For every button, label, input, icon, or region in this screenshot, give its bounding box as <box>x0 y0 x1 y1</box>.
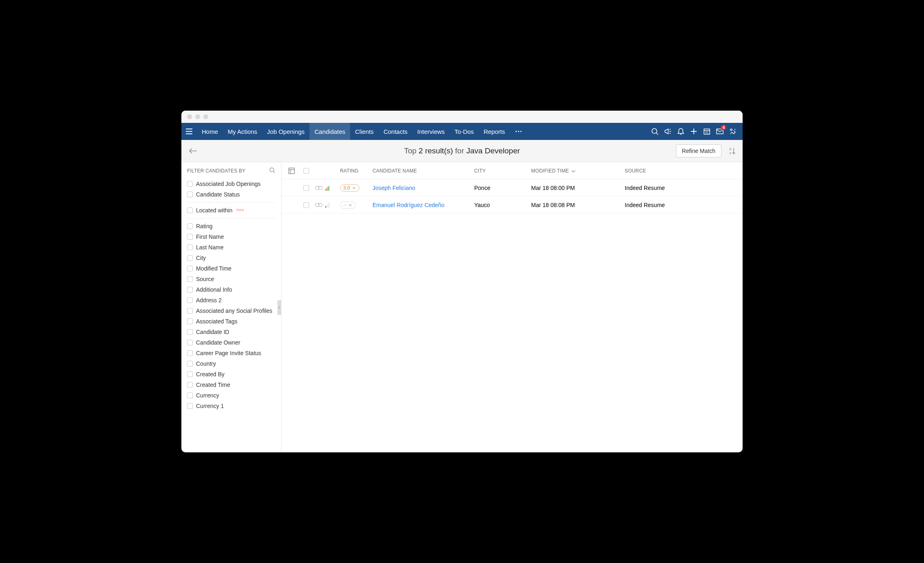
col-modified-time[interactable]: MODIFIED TIME <box>531 168 625 174</box>
hamburger-menu-button[interactable] <box>181 123 197 140</box>
nav-reports[interactable]: Reports <box>479 123 510 140</box>
checkbox[interactable] <box>187 276 193 282</box>
svg-point-23 <box>270 168 274 172</box>
nav-todos[interactable]: To-Dos <box>450 123 479 140</box>
checkbox[interactable] <box>187 319 193 324</box>
rating-value: -- <box>343 202 346 208</box>
mail-icon[interactable]: 4 <box>714 126 726 137</box>
filter-source[interactable]: Source <box>181 274 281 284</box>
filter-created-by[interactable]: Created By <box>181 369 281 380</box>
checkbox[interactable] <box>187 255 193 261</box>
checkbox[interactable] <box>187 371 193 377</box>
filter-modified-time[interactable]: Modified Time <box>181 263 281 274</box>
checkbox[interactable] <box>187 403 193 409</box>
calendar-icon[interactable]: 31 <box>701 126 713 137</box>
results-header: Top 2 result(s) for Java Developer Refin… <box>181 140 743 162</box>
add-icon[interactable] <box>688 126 700 137</box>
search-icon[interactable] <box>649 126 660 137</box>
filter-label: Associated Tags <box>196 318 238 325</box>
filter-currency-1[interactable]: Currency 1 <box>181 401 281 411</box>
sidebar-collapse-handle[interactable]: ‹ <box>277 300 281 315</box>
filter-city[interactable]: City <box>181 253 281 263</box>
filter-candidate-owner[interactable]: Candidate Owner <box>181 337 281 348</box>
checkbox[interactable] <box>187 181 193 187</box>
svg-line-10 <box>669 133 671 134</box>
checkbox[interactable] <box>187 361 193 367</box>
filter-search-icon[interactable] <box>269 167 275 175</box>
checkbox[interactable] <box>187 393 193 398</box>
preview-icon[interactable] <box>315 202 323 208</box>
results-prefix: Top <box>404 146 418 155</box>
filter-header: FILTER CANDIDATES BY <box>181 162 281 179</box>
select-all-checkbox[interactable] <box>298 168 315 174</box>
svg-text:Z: Z <box>729 151 731 155</box>
nav-job-openings[interactable]: Job Openings <box>262 123 310 140</box>
filter-label: Rating <box>196 223 212 229</box>
window-max-dot[interactable] <box>203 114 208 119</box>
bell-icon[interactable] <box>675 126 686 137</box>
filter-first-name[interactable]: First Name <box>181 231 281 242</box>
preview-icon[interactable] <box>315 185 323 191</box>
filter-candidate-status[interactable]: Candidate Status <box>181 189 281 200</box>
filter-candidate-id[interactable]: Candidate ID <box>181 327 281 337</box>
row-checkbox[interactable] <box>298 185 315 191</box>
filter-country[interactable]: Country <box>181 358 281 369</box>
filter-associated-social-profiles[interactable]: Associated any Social Profiles <box>181 306 281 316</box>
filter-located-within[interactable]: Located withinNew <box>181 205 281 216</box>
refine-match-button[interactable]: Refine Match <box>676 144 721 157</box>
filter-created-time[interactable]: Created Time <box>181 380 281 390</box>
checkbox[interactable] <box>187 340 193 345</box>
row-checkbox[interactable] <box>298 202 315 208</box>
col-source[interactable]: SOURCE <box>625 168 743 174</box>
filter-additional-info[interactable]: Additional Info <box>181 284 281 295</box>
col-rating[interactable]: RATING <box>340 168 373 174</box>
filter-associated-tags[interactable]: Associated Tags <box>181 316 281 327</box>
candidate-name-link[interactable]: Joseph Feliciano <box>373 185 415 191</box>
checkbox[interactable] <box>187 244 193 250</box>
checkbox[interactable] <box>187 297 193 303</box>
checkbox[interactable] <box>187 382 193 388</box>
nav-clients[interactable]: Clients <box>350 123 379 140</box>
window-close-dot[interactable] <box>187 114 192 119</box>
filter-rating[interactable]: Rating <box>181 221 281 231</box>
rating-chip: 3.0 ★ <box>340 184 360 192</box>
filter-list[interactable]: Associated Job Openings Candidate Status… <box>181 179 281 452</box>
checkbox[interactable] <box>187 350 193 356</box>
nav-more-button[interactable] <box>510 123 527 140</box>
checkbox[interactable] <box>187 287 193 292</box>
filter-address-2[interactable]: Address 2 <box>181 295 281 306</box>
sort-control[interactable]: A Z <box>726 145 737 157</box>
nav-interviews[interactable]: Interviews <box>412 123 450 140</box>
filter-career-page-invite-status[interactable]: Career Page Invite Status <box>181 348 281 358</box>
checkbox[interactable] <box>187 329 193 335</box>
announce-icon[interactable] <box>662 126 673 137</box>
col-city[interactable]: CITY <box>474 168 531 174</box>
checkbox[interactable] <box>187 308 193 314</box>
checkbox[interactable] <box>187 234 193 240</box>
filter-label: Address 2 <box>196 297 222 303</box>
nav-home[interactable]: Home <box>197 123 223 140</box>
filter-last-name[interactable]: Last Name <box>181 242 281 253</box>
svg-point-5 <box>520 131 521 132</box>
col-candidate-name[interactable]: CANDIDATE NAME <box>373 168 474 174</box>
checkbox[interactable] <box>187 192 193 197</box>
filter-label: Country <box>196 360 216 367</box>
settings-icon[interactable] <box>727 126 739 137</box>
row-source: Indeed Resume <box>625 185 743 191</box>
nav-my-actions[interactable]: My Actions <box>223 123 262 140</box>
table-row[interactable]: -- ★ Emanuel Rodríguez Cedeño Yauco Mar … <box>281 196 743 214</box>
candidate-name-link[interactable]: Emanuel Rodríguez Cedeño <box>373 202 445 208</box>
nav-candidates[interactable]: Candidates <box>309 123 350 140</box>
column-settings-button[interactable] <box>285 168 298 174</box>
filter-currency[interactable]: Currency <box>181 390 281 401</box>
checkbox[interactable] <box>187 223 193 229</box>
checkbox[interactable] <box>187 266 193 271</box>
back-button[interactable] <box>187 145 199 157</box>
svg-line-24 <box>274 172 275 173</box>
filter-associated-job-openings[interactable]: Associated Job Openings <box>181 179 281 189</box>
table-row[interactable]: 3.0 ★ Joseph Feliciano Ponce Mar 18 08:0… <box>281 179 743 196</box>
window-min-dot[interactable] <box>195 114 200 119</box>
checkbox[interactable] <box>187 207 193 213</box>
nav-contacts[interactable]: Contacts <box>379 123 412 140</box>
filter-label: Candidate Owner <box>196 339 240 346</box>
